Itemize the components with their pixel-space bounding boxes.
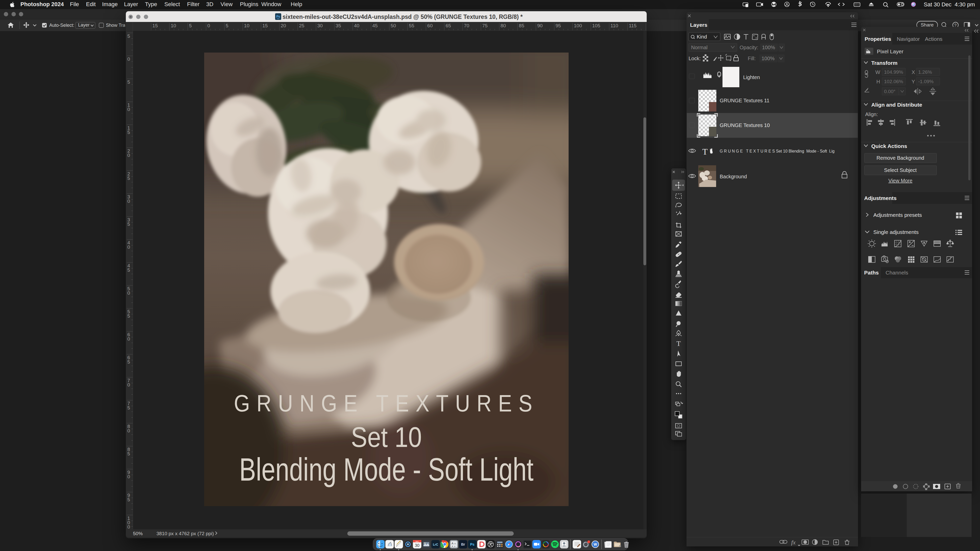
svg-text:Set 10: Set 10 bbox=[351, 421, 422, 453]
svg-text:5: 5 bbox=[127, 405, 130, 410]
svg-text:X: X bbox=[912, 69, 915, 75]
svg-text:105: 105 bbox=[592, 23, 600, 28]
svg-text:Fill:: Fill: bbox=[748, 56, 756, 61]
svg-text:Align:: Align: bbox=[865, 111, 878, 117]
svg-text:Blending Mode - Soft Light: Blending Mode - Soft Light bbox=[239, 451, 534, 487]
svg-text:LrC: LrC bbox=[433, 543, 438, 546]
svg-text:Br: Br bbox=[461, 542, 465, 546]
svg-text:A: A bbox=[452, 542, 453, 545]
svg-text:30: 30 bbox=[317, 23, 323, 28]
svg-text:5: 5 bbox=[189, 23, 192, 28]
svg-text:30: 30 bbox=[415, 543, 419, 548]
svg-text:Paths: Paths bbox=[864, 270, 879, 275]
svg-text:65: 65 bbox=[445, 23, 451, 28]
svg-text:View More: View More bbox=[888, 178, 912, 183]
svg-text:Normal: Normal bbox=[691, 44, 708, 50]
svg-text:5: 5 bbox=[127, 176, 130, 181]
svg-text:Y: Y bbox=[912, 79, 915, 84]
svg-text:Properties: Properties bbox=[865, 36, 891, 42]
svg-text:20: 20 bbox=[281, 23, 286, 28]
svg-text:0: 0 bbox=[127, 106, 130, 112]
svg-text:Adjustments: Adjustments bbox=[864, 195, 897, 201]
svg-text:GRUNGE Textures 11: GRUNGE Textures 11 bbox=[720, 98, 770, 103]
svg-text:100: 100 bbox=[574, 23, 582, 28]
svg-text:0.00°: 0.00° bbox=[884, 89, 896, 94]
svg-text:35: 35 bbox=[336, 23, 341, 28]
svg-text:Channels: Channels bbox=[886, 270, 908, 275]
svg-text:Ps: Ps bbox=[470, 542, 474, 546]
svg-text:Show Tran: Show Tran bbox=[106, 23, 125, 28]
svg-text:15: 15 bbox=[262, 23, 268, 28]
svg-text:fx: fx bbox=[791, 539, 796, 546]
svg-text:5: 5 bbox=[127, 313, 130, 319]
svg-text:25: 25 bbox=[299, 23, 304, 28]
svg-text:115: 115 bbox=[629, 23, 636, 28]
svg-text:5: 5 bbox=[127, 33, 130, 39]
svg-text:5: 5 bbox=[127, 79, 130, 85]
svg-text:Pixel Layer: Pixel Layer bbox=[877, 48, 904, 54]
svg-text:15: 15 bbox=[152, 23, 158, 28]
svg-text:Background: Background bbox=[720, 174, 747, 179]
svg-text:10: 10 bbox=[171, 23, 176, 28]
svg-text:110: 110 bbox=[611, 23, 618, 28]
svg-text:5: 5 bbox=[127, 267, 130, 273]
svg-text:5: 5 bbox=[127, 221, 130, 227]
svg-text:T: T bbox=[702, 147, 708, 156]
svg-text:0: 0 bbox=[127, 336, 130, 341]
svg-text:75: 75 bbox=[482, 23, 488, 28]
svg-text:0: 0 bbox=[127, 198, 130, 204]
svg-text:0: 0 bbox=[127, 474, 130, 479]
svg-text:GRUNGE TEXTURES: GRUNGE TEXTURES bbox=[234, 390, 539, 416]
svg-text:-1.09%: -1.09% bbox=[918, 79, 934, 84]
svg-text:10: 10 bbox=[244, 23, 249, 28]
svg-text:Actions: Actions bbox=[925, 36, 942, 42]
svg-text:Align and Distribute: Align and Distribute bbox=[871, 102, 922, 108]
svg-text:95: 95 bbox=[555, 23, 561, 28]
svg-text:85: 85 bbox=[519, 23, 524, 28]
svg-text:A: A bbox=[454, 542, 455, 545]
svg-text:80: 80 bbox=[501, 23, 506, 28]
svg-text:H: H bbox=[877, 79, 880, 84]
svg-text:Transform: Transform bbox=[871, 60, 897, 66]
svg-text:0: 0 bbox=[127, 290, 130, 295]
svg-text:Select Subject: Select Subject bbox=[884, 167, 917, 173]
svg-text:a: a bbox=[454, 545, 455, 547]
svg-text:0: 0 bbox=[127, 524, 130, 529]
svg-text:Kind: Kind bbox=[697, 34, 707, 40]
svg-text:Navigator: Navigator bbox=[897, 36, 920, 42]
svg-text:100%: 100% bbox=[762, 44, 775, 50]
svg-text:5: 5 bbox=[127, 451, 130, 456]
svg-text:45: 45 bbox=[372, 23, 378, 28]
svg-text:T: T bbox=[676, 340, 681, 348]
svg-text:G R U N G E T E X T U R E S: G R U N G E T E X T U R E S Set 10 Blend… bbox=[720, 149, 835, 153]
svg-text:102.06%: 102.06% bbox=[884, 79, 903, 84]
svg-text:0: 0 bbox=[127, 428, 130, 433]
svg-text:0: 0 bbox=[207, 23, 210, 28]
svg-text:5: 5 bbox=[226, 23, 228, 28]
svg-text:70: 70 bbox=[464, 23, 469, 28]
svg-text:Auto-Select:: Auto-Select: bbox=[49, 23, 74, 28]
svg-text:Layer: Layer bbox=[78, 22, 89, 27]
svg-text:Layers: Layers bbox=[690, 22, 708, 28]
svg-text:Remove Background: Remove Background bbox=[877, 155, 924, 161]
svg-text:5: 5 bbox=[127, 130, 130, 135]
svg-text:104.99%: 104.99% bbox=[884, 69, 903, 75]
svg-text:Ps: Ps bbox=[619, 545, 621, 547]
svg-text:A: A bbox=[452, 545, 453, 548]
svg-text:PSD: PSD bbox=[277, 18, 280, 19]
svg-text:0: 0 bbox=[127, 382, 130, 387]
svg-text:0: 0 bbox=[127, 152, 130, 158]
svg-text:Adjustments presets: Adjustments presets bbox=[873, 212, 922, 218]
svg-text:1.26%: 1.26% bbox=[918, 69, 932, 75]
svg-text:Opacity:: Opacity: bbox=[740, 44, 758, 50]
svg-text:5: 5 bbox=[127, 359, 130, 365]
svg-text:100%: 100% bbox=[762, 56, 775, 61]
svg-text:GRUNGE Textures 10: GRUNGE Textures 10 bbox=[720, 122, 770, 128]
svg-text:W: W bbox=[593, 542, 597, 546]
svg-text:55: 55 bbox=[409, 23, 414, 28]
svg-text:40: 40 bbox=[354, 23, 360, 28]
svg-text:Single adjustments: Single adjustments bbox=[873, 229, 918, 235]
svg-text:5: 5 bbox=[127, 497, 130, 502]
svg-text:60: 60 bbox=[427, 23, 433, 28]
svg-text:0: 0 bbox=[127, 245, 130, 250]
